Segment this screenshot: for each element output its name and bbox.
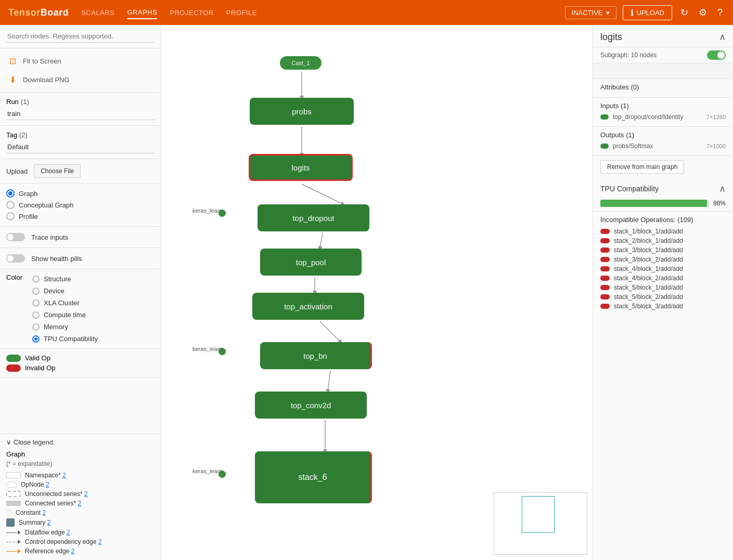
run-count: (1) (21, 98, 29, 106)
control-link[interactable]: 2 (98, 538, 102, 545)
legend-opnode-label: OpNode 2 (21, 481, 49, 488)
download-png-btn[interactable]: ⬇ Download PNG (6, 71, 155, 88)
tpu-collapse-button[interactable]: ∧ (719, 183, 726, 194)
namespace-shape (6, 472, 21, 478)
nav-profile[interactable]: PROFILE (226, 7, 257, 19)
right-panel: logits ∧ Subgraph: 10 nodes Attributes (… (593, 25, 733, 560)
legend-namespace-label: Namespace* 2 (25, 472, 66, 479)
legend-dataflow-label: Dataflow edge 2 (25, 529, 70, 536)
nav-projector[interactable]: PROJECTOR (170, 7, 213, 19)
color-device-label: Device (44, 287, 65, 295)
run-section: Run (1) train (0, 93, 161, 126)
red-pill-8 (600, 304, 610, 309)
incompat-item-4: stack_4/block_1/add/add (600, 264, 726, 274)
upload-label: UPLOAD (637, 9, 664, 17)
trace-inputs-row: Trace inputs (6, 231, 155, 243)
trace-inputs-toggle[interactable] (6, 233, 25, 241)
remove-from-main-graph-button[interactable]: Remove from main graph (600, 160, 684, 174)
graph-svg (161, 25, 593, 560)
unconnected-link[interactable]: 2 (84, 490, 88, 498)
search-input[interactable] (6, 30, 155, 43)
valid-op: Valid Op (6, 353, 155, 363)
reference-link[interactable]: 2 (71, 548, 75, 555)
node-top-activation[interactable]: top_activation (252, 293, 364, 320)
red-pill-0 (600, 229, 610, 234)
node-cast1[interactable]: Cast_1 (280, 56, 322, 70)
node-top-conv2d[interactable]: top_conv2d (255, 392, 367, 419)
color-xla[interactable]: XLA Cluster (32, 297, 98, 308)
run-select[interactable]: train (6, 108, 155, 120)
summary-link[interactable]: 2 (47, 519, 51, 526)
constant-link[interactable]: 2 (42, 509, 46, 516)
red-pill-4 (600, 266, 610, 271)
invalid-op-label: Invalid Op (25, 364, 56, 372)
status-dropdown[interactable]: INACTIVE ▾ (565, 6, 616, 19)
graph-area[interactable]: Cast_1 probs logits keras_learn... top_d… (161, 25, 593, 560)
legend-namespace: Namespace* 2 (6, 471, 155, 480)
color-tpu[interactable]: TPU Compatibility (32, 333, 98, 344)
node-top-pool[interactable]: top_pool (260, 249, 362, 276)
color-xla-label: XLA Cluster (44, 299, 80, 307)
radio-graph[interactable]: Graph (6, 188, 155, 199)
health-pills-toggle[interactable] (6, 254, 25, 263)
topbar-right: INACTIVE ▾ ℹ UPLOAD ↻ ⚙ ? (565, 5, 725, 20)
radio-profile[interactable]: Profile (6, 211, 155, 222)
nav-graphs[interactable]: GRAPHS (127, 6, 157, 19)
dataflow-link[interactable]: 2 (67, 529, 70, 536)
namespace-link[interactable]: 2 (62, 472, 66, 479)
opnode-shape (6, 481, 17, 488)
node-probs[interactable]: probs (250, 98, 354, 125)
incompat-item-6: stack_5/block_1/add/add (600, 283, 726, 292)
control-shape (6, 540, 21, 544)
color-structure[interactable]: Structure (32, 274, 98, 284)
topbar: TensorBoard SCALARS GRAPHS PROJECTOR PRO… (0, 0, 733, 25)
top-pool-label: top_pool (296, 258, 326, 267)
probs-label: probs (292, 107, 312, 116)
chevron-down-legend-icon: ∨ (6, 438, 11, 446)
radio-conceptual[interactable]: Conceptual Graph (6, 199, 155, 211)
hidden-content (593, 63, 733, 79)
legend-summary: Summary 2 (6, 517, 155, 528)
download-label: Download PNG (23, 76, 70, 84)
color-section: Color Structure Device XLA Cluster (0, 269, 161, 349)
input-pill-icon (600, 114, 609, 120)
fit-to-screen-btn[interactable]: ⊡ Fit to Screen (6, 53, 155, 69)
opnode-link[interactable]: 2 (46, 481, 49, 488)
incompatible-section: Incompatible Operations: (109) stack_1/b… (593, 212, 733, 315)
node-logits[interactable]: logits (249, 154, 353, 181)
connected-link[interactable]: 2 (78, 500, 81, 507)
keras2-label: keras_learn... (192, 346, 227, 352)
help-button[interactable]: ? (715, 5, 725, 20)
invalid-op: Invalid Op (6, 363, 155, 373)
node-top-bn[interactable]: top_bn (260, 342, 372, 369)
incompat-item-7: stack_5/block_2/add/add (600, 292, 726, 302)
incompat-item-0: stack_1/block_1/add/add (600, 227, 726, 236)
unconnected-shape (6, 491, 21, 497)
color-tpu-label: TPU Compatibility (44, 335, 98, 343)
color-device[interactable]: Device (32, 285, 98, 296)
legend-toggle-label: Close legend. (14, 438, 55, 446)
tag-label: Tag (6, 131, 17, 139)
color-memory-radio (32, 323, 40, 331)
color-compute[interactable]: Compute time (32, 309, 98, 320)
choose-file-button[interactable]: Choose File (34, 164, 81, 178)
output-dim: 7×1000 (706, 143, 726, 149)
refresh-button[interactable]: ↻ (678, 5, 690, 20)
settings-button[interactable]: ⚙ (697, 5, 709, 20)
node-stack6[interactable]: stack_6 (255, 451, 372, 503)
attributes-section: Attributes (0) (593, 79, 733, 98)
svg-line-6 (320, 321, 341, 342)
legend-toggle-btn[interactable]: ∨ Close legend. (6, 438, 155, 446)
panel-collapse-button[interactable]: ∧ (719, 31, 726, 43)
subgraph-toggle[interactable] (707, 50, 726, 60)
upload-button[interactable]: ℹ UPLOAD (623, 5, 672, 20)
trace-inputs-section: Trace inputs (0, 227, 161, 248)
keras1-label: keras_learn... (192, 207, 227, 214)
red-pill-6 (600, 285, 610, 290)
red-pill-5 (600, 276, 610, 281)
tag-select[interactable]: Default (6, 141, 155, 153)
node-top-dropout[interactable]: top_dropout (258, 204, 369, 231)
nav-scalars[interactable]: SCALARS (81, 7, 114, 19)
color-memory[interactable]: Memory (32, 321, 98, 332)
output-pill-icon (600, 144, 609, 149)
